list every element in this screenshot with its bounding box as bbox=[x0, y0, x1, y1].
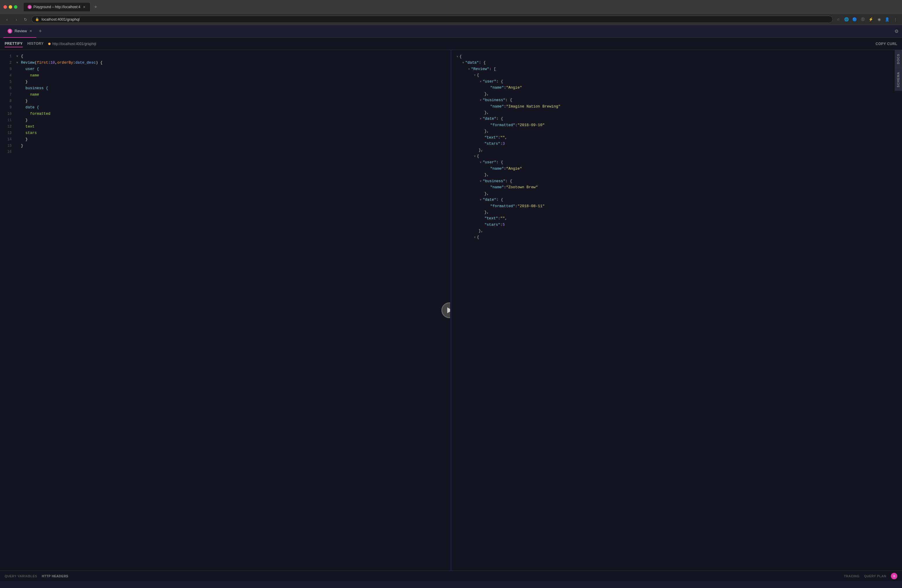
json-line: ▼ { bbox=[457, 234, 897, 240]
new-tab-button[interactable]: + bbox=[92, 3, 100, 11]
json-line: "text": "", bbox=[457, 215, 897, 221]
json-line: }, bbox=[457, 147, 897, 153]
code-line-15: 15 } bbox=[0, 143, 450, 149]
code-line-14: 14 } bbox=[0, 136, 450, 143]
extension-icon-3[interactable]: ⓪ bbox=[860, 16, 866, 23]
http-headers-tab[interactable]: HTTP HEADERS bbox=[42, 574, 68, 578]
browser-chrome: Q Playground – http://localhost:4 ✕ + ‹ … bbox=[0, 0, 902, 25]
editor-area: 1 ▼ { 2 ▼ Review(first: 10, orderBy: dat… bbox=[0, 50, 902, 571]
menu-icon[interactable]: ⋮ bbox=[892, 16, 899, 23]
json-result: ▼ { ▼ "data": { ▼ "Review": [ ▼ { ▼ bbox=[452, 50, 902, 571]
back-button[interactable]: ‹ bbox=[3, 16, 11, 23]
tab-title: Playground – http://localhost:4 bbox=[33, 5, 80, 9]
code-line-4: 4 name bbox=[0, 73, 450, 79]
json-line: }, bbox=[457, 228, 897, 234]
code-line-7: 7 name bbox=[0, 92, 450, 98]
bookmark-icon[interactable]: ☆ bbox=[835, 16, 842, 23]
browser-tab-bar: Q Playground – http://localhost:4 ✕ + bbox=[21, 2, 899, 11]
code-line-9: 9 date { bbox=[0, 105, 450, 111]
json-line: ▼ { bbox=[457, 53, 897, 59]
json-line: ▼ "business": { bbox=[457, 178, 897, 184]
extension-icon-1[interactable]: 🌐 bbox=[843, 16, 850, 23]
json-line: ▼ "business": { bbox=[457, 97, 897, 103]
code-line-13: 13 stars bbox=[0, 130, 450, 136]
close-button[interactable] bbox=[3, 5, 7, 9]
traffic-lights bbox=[3, 5, 17, 9]
code-line-6: 6 business { bbox=[0, 85, 450, 92]
profile-icon[interactable]: 👤 bbox=[884, 16, 890, 23]
bottom-bar: QUERY VARIABLES HTTP HEADERS TRACING QUE… bbox=[0, 571, 902, 581]
schema-tab[interactable]: SCHEMA bbox=[895, 68, 902, 91]
json-line: }, bbox=[457, 128, 897, 134]
json-line: "stars": 5 bbox=[457, 222, 897, 228]
json-line: "name": "Angie" bbox=[457, 84, 897, 91]
result-panel: ▼ { ▼ "data": { ▼ "Review": [ ▼ { ▼ bbox=[452, 50, 902, 571]
code-line-1: 1 ▼ { bbox=[0, 53, 450, 60]
playground-tab-review[interactable]: Q Review ✕ bbox=[3, 25, 36, 38]
json-line: "formatted": "2018-09-10" bbox=[457, 122, 897, 128]
extension-icon-4[interactable]: ⚡ bbox=[868, 16, 874, 23]
settings-icon[interactable]: ⚙ bbox=[894, 28, 899, 34]
json-line: ▼ "user": { bbox=[457, 159, 897, 165]
add-playground-tab-button[interactable]: + bbox=[36, 27, 44, 36]
query-plan-tab[interactable]: QUERY PLAN bbox=[864, 574, 886, 578]
code-line-16: 16 bbox=[0, 149, 450, 156]
nav-bar: ‹ › ↻ 🔒 localhost:4001/graphql ☆ 🌐 🔵 ⓪ ⚡… bbox=[0, 14, 902, 25]
code-line-12: 12 text bbox=[0, 124, 450, 130]
graphql-playground: Q Review ✕ + ⚙ PRETTIFY HISTORY http://l… bbox=[0, 25, 902, 581]
json-line: ▼ "data": { bbox=[457, 59, 897, 66]
forward-button[interactable]: › bbox=[13, 16, 20, 23]
side-tabs: DOCS SCHEMA bbox=[895, 50, 902, 91]
reload-button[interactable]: ↻ bbox=[22, 16, 29, 23]
maximize-button[interactable] bbox=[14, 5, 17, 9]
playground-header: Q Review ✕ + ⚙ bbox=[0, 25, 902, 38]
json-line: ▼ "Review": [ bbox=[457, 66, 897, 72]
playground-tab-close[interactable]: ✕ bbox=[29, 29, 32, 33]
code-line-8: 8 } bbox=[0, 98, 450, 105]
browser-tab[interactable]: Q Playground – http://localhost:4 ✕ bbox=[23, 2, 90, 11]
playground-tab-label: Review bbox=[14, 29, 27, 33]
toolbar: PRETTIFY HISTORY http://localhost:4001/g… bbox=[0, 38, 902, 50]
json-line: ▼ "date": { bbox=[457, 116, 897, 122]
tab-close-button[interactable]: ✕ bbox=[82, 5, 86, 9]
history-button[interactable]: HISTORY bbox=[27, 41, 44, 47]
json-line: "name": "Zootown Brew" bbox=[457, 184, 897, 190]
json-line: "text": "", bbox=[457, 134, 897, 141]
json-line: }, bbox=[457, 109, 897, 116]
json-line: "formatted": "2018-08-11" bbox=[457, 203, 897, 209]
query-variables-tab[interactable]: QUERY VARIABLES bbox=[5, 574, 37, 578]
endpoint-status-dot bbox=[48, 43, 50, 45]
copy-curl-button[interactable]: COPY CURL bbox=[875, 42, 897, 46]
code-line-11: 11 } bbox=[0, 117, 450, 124]
json-line: ▼ "user": { bbox=[457, 78, 897, 84]
json-line: }, bbox=[457, 191, 897, 197]
extension-icon-5[interactable]: ◉ bbox=[876, 16, 882, 23]
address-bar[interactable]: 🔒 localhost:4001/graphql bbox=[31, 16, 833, 23]
tracing-tab[interactable]: TRACING bbox=[844, 574, 860, 578]
prettify-button[interactable]: PRETTIFY bbox=[5, 41, 23, 47]
endpoint-indicator: http://localhost:4001/graphql bbox=[48, 42, 96, 46]
code-line-5: 5 } bbox=[0, 79, 450, 85]
query-panel: 1 ▼ { 2 ▼ Review(first: 10, orderBy: dat… bbox=[0, 50, 452, 571]
code-line-3: 3 user { bbox=[0, 66, 450, 73]
json-line: }, bbox=[457, 209, 897, 215]
bottom-right: TRACING QUERY PLAN 0 bbox=[844, 573, 897, 579]
playground-tab-icon: Q bbox=[8, 29, 12, 33]
minimize-button[interactable] bbox=[9, 5, 12, 9]
json-line: "name": "Imagine Nation Brewing" bbox=[457, 103, 897, 109]
json-line: ▼ "date": { bbox=[457, 197, 897, 203]
extension-icon-2[interactable]: 🔵 bbox=[852, 16, 858, 23]
json-line: "name": "Angie" bbox=[457, 166, 897, 172]
json-line: ▼ { bbox=[457, 72, 897, 78]
endpoint-url: http://localhost:4001/graphql bbox=[52, 42, 96, 46]
json-line: }, bbox=[457, 172, 897, 178]
code-line-2: 2 ▼ Review(first: 10, orderBy: date_desc… bbox=[0, 60, 450, 66]
code-line-10: 10 formatted bbox=[0, 111, 450, 117]
url-text: localhost:4001/graphql bbox=[42, 17, 80, 22]
json-line: ▼ { bbox=[457, 153, 897, 159]
json-line: }, bbox=[457, 91, 897, 97]
docs-tab[interactable]: DOCS bbox=[895, 50, 902, 68]
code-editor[interactable]: 1 ▼ { 2 ▼ Review(first: 10, orderBy: dat… bbox=[0, 50, 450, 571]
count-badge: 0 bbox=[891, 573, 897, 579]
run-button-icon bbox=[447, 307, 452, 313]
